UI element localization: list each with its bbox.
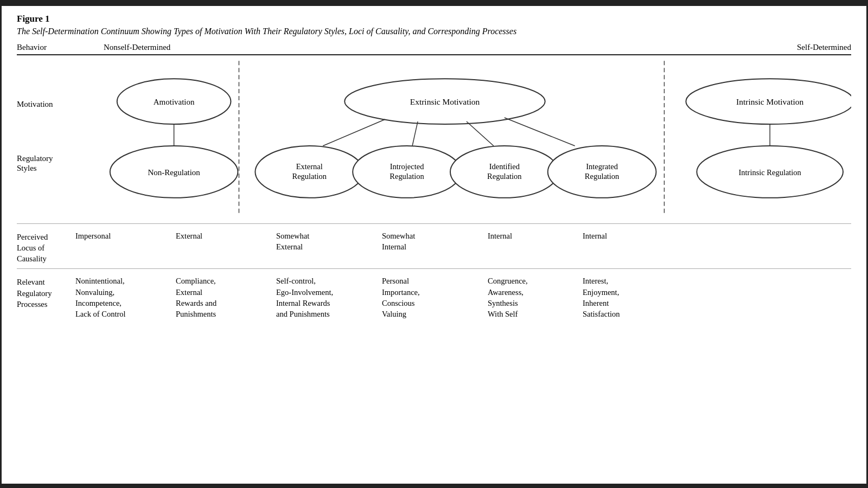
non-regulation-label: Non-Regulation (148, 168, 200, 177)
intrinsic-reg-label: Intrinsic Regulation (739, 168, 802, 177)
regulatory-row-label-1: Regulatory (17, 154, 53, 163)
behavior-self: Self-Determined (797, 43, 851, 52)
amotivation-label: Amotivation (154, 98, 195, 106)
processes-label-text: RelevantRegulatoryProcesses (17, 278, 52, 309)
processes-cell-1: Nonintentional,Nonvaluing,Incompetence,L… (71, 275, 171, 319)
behavior-nonself: Nonself-Determined (104, 43, 170, 52)
locus-cells: Impersonal External SomewhatExternal Som… (71, 230, 851, 253)
content-area: Figure 1 The Self-Determination Continuu… (2, 6, 866, 330)
locus-row: PerceivedLocus ofCausality Impersonal Ex… (17, 223, 851, 269)
processes-label: RelevantRegulatoryProcesses (17, 275, 71, 310)
line-ext-introjected (412, 121, 418, 146)
locus-cell-external: External (171, 230, 272, 253)
diagram-svg: Motivation Regulatory Styles Amotivation… (17, 55, 851, 223)
figure-subtitle: The Self-Determination Continuum Showing… (17, 25, 851, 37)
locus-cell-internal-1: Internal (483, 230, 578, 253)
introjected-reg-label-2: Regulation (390, 171, 424, 180)
locus-cell-impersonal: Impersonal (71, 230, 171, 253)
line-ext-integrated (505, 118, 575, 146)
locus-label-text: PerceivedLocus ofCausality (17, 233, 48, 264)
line-ext-external (323, 119, 385, 146)
line-ext-identified (467, 121, 494, 146)
external-reg-label-1: External (296, 162, 323, 171)
top-bar (2, 2, 866, 6)
extrinsic-label: Extrinsic Motivation (410, 97, 480, 106)
introjected-reg-label-1: Introjected (390, 162, 424, 171)
processes-cell-3: Self-control,Ego-Involvement,Internal Re… (272, 275, 378, 319)
identified-reg-label-2: Regulation (487, 171, 522, 180)
locus-cell-somewhat-internal: SomewhatInternal (378, 230, 483, 253)
motivation-row-label: Motivation (17, 100, 53, 108)
processes-cells: Nonintentional,Nonvaluing,Incompetence,L… (71, 275, 851, 319)
processes-cell-6: Interest,Enjoyment,InherentSatisfaction (578, 275, 673, 319)
processes-cell-5: Congruence,Awareness,SynthesisWith Self (483, 275, 578, 319)
external-reg-label-2: Regulation (292, 171, 327, 180)
diagram-area: Motivation Regulatory Styles Amotivation… (17, 55, 851, 223)
regulatory-row-label-2: Styles (17, 164, 37, 172)
bottom-bar (0, 484, 868, 488)
integrated-reg-label-1: Integrated (586, 162, 618, 171)
processes-cell-2: Compliance,ExternalRewards andPunishment… (171, 275, 272, 319)
integrated-reg-label-2: Regulation (585, 171, 620, 180)
locus-cell-internal-2: Internal (578, 230, 673, 253)
behavior-label: Behavior (17, 43, 71, 52)
processes-cell-4: PersonalImportance,ConsciousValuing (378, 275, 483, 319)
locus-cell-somewhat-external: SomewhatExternal (272, 230, 378, 253)
behavior-row: Behavior Nonself-Determined Self-Determi… (17, 43, 851, 55)
identified-reg-label-1: Identified (489, 162, 520, 171)
processes-row: RelevantRegulatoryProcesses Nonintention… (17, 268, 851, 324)
locus-label: PerceivedLocus ofCausality (17, 230, 71, 265)
figure-title: Figure 1 (17, 14, 851, 24)
intrinsic-mot-label: Intrinsic Motivation (736, 97, 803, 106)
